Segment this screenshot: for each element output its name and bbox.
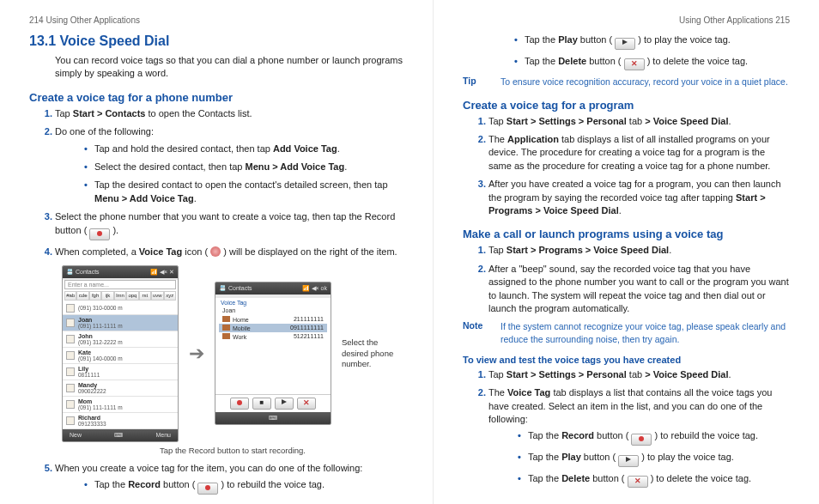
runner-left: 214 Using Other Applications: [29, 15, 403, 25]
txt: ) will be displayed on the right of the …: [221, 246, 397, 257]
txt: Select the desired contact, then tap: [94, 161, 246, 172]
name: Lily: [78, 366, 100, 372]
steps-create-phone-cont: When you create a voice tag for the item…: [29, 462, 403, 495]
txt: Tap the desired contact to open the cont…: [94, 179, 388, 190]
k: #ab: [64, 291, 76, 301]
txt: .: [344, 161, 347, 172]
txt: button (: [581, 452, 618, 462]
lbl: m: [118, 305, 122, 311]
step: Tap Start > Settings > Personal tab > Vo…: [488, 115, 790, 128]
bold: > Voice Speed Dial: [645, 369, 728, 380]
bullet: Tap the Delete button ( ✕ ) to delete th…: [518, 472, 790, 488]
txt: Tap the: [94, 479, 128, 489]
txt: The: [488, 134, 507, 144]
txt: ) to delete the voice tag.: [648, 473, 751, 483]
lbl: m: [118, 323, 122, 329]
steps-create-phone: Tap Start > Contacts to open the Contact…: [29, 107, 403, 258]
txt: Tap the: [528, 473, 561, 483]
bold: Menu > Add Voice Tag: [94, 193, 194, 203]
txt: .: [729, 369, 731, 380]
delete-button-icon: ✕: [297, 398, 316, 410]
txt: button (: [594, 430, 631, 440]
txt: Tap the: [528, 430, 561, 440]
play-button-icon: [275, 398, 294, 410]
num: (091) 140-0000: [78, 355, 116, 361]
bold: Delete: [561, 473, 590, 483]
arrow-icon: ➔: [189, 343, 204, 365]
tip-label: Tip: [463, 76, 492, 88]
txt: ) to play the voice tag.: [639, 452, 734, 462]
bold: > Voice Speed Dial: [645, 116, 728, 126]
step: Tap Start > Programs > Voice Speed Dial.: [488, 244, 790, 257]
bold: Play: [561, 452, 581, 462]
bold: Record: [561, 430, 594, 440]
figure-row: 📇 Contacts📶 ◀× ✕ Enter a name... #abcdef…: [62, 265, 403, 442]
subhead-create-program: Create a voice tag for a program: [463, 99, 790, 112]
txt: Tap the: [525, 56, 558, 66]
bullet: Tap the Record button ( ) to rebuild the…: [84, 478, 403, 495]
subhead-make-call: Make a call or launch programs using a v…: [463, 228, 790, 240]
name: Mom: [78, 398, 123, 404]
bullet: Select the desired contact, then tap Men…: [84, 161, 403, 173]
num: 512211111: [294, 333, 324, 340]
steps-view-test: Tap Start > Settings > Personal tab > Vo…: [463, 368, 790, 489]
num: (091) 111-1111: [78, 323, 116, 329]
note-text: If the system cannot recognize your voic…: [500, 320, 790, 345]
bold: Voice Tag: [507, 387, 550, 398]
txt: button (: [578, 34, 615, 45]
bold: Record: [128, 479, 161, 489]
sub-bullets: Tap and hold the desired contact, then t…: [84, 143, 403, 206]
num: 0911111111: [290, 325, 324, 331]
txt: .: [619, 205, 622, 216]
tip-text: To ensure voice recognition accuracy, re…: [500, 76, 790, 88]
contact-list: (091) 310-0000 m Joan(091) 111-1111 m Jo…: [63, 302, 178, 429]
vt-toolbar: ■ ✕: [215, 394, 331, 412]
subhead-view-test: To view and test the voice tags you have…: [463, 355, 790, 365]
txt: to open the Contacts list.: [145, 108, 252, 118]
txt: Tap the: [525, 34, 558, 45]
lbl: Home: [233, 317, 249, 323]
txt: Tap: [488, 245, 507, 255]
txt: ) to rebuild the voice tag.: [652, 430, 758, 440]
tip-block: Tip To ensure voice recognition accuracy…: [463, 76, 790, 88]
txt: ).: [110, 225, 118, 235]
k: ijk: [101, 291, 113, 301]
bullet: Tap the desired contact to open the cont…: [84, 179, 403, 205]
bullet: Tap and hold the desired contact, then t…: [84, 143, 403, 155]
name: Richard: [78, 415, 106, 421]
name: John: [78, 333, 123, 339]
txt: .: [194, 193, 197, 203]
step: After a "beep" sound, say the recorded v…: [488, 263, 790, 316]
name: Mandy: [78, 382, 106, 388]
txt: When you create a voice tag for the item…: [55, 463, 362, 473]
delete-button-icon: ✕: [624, 58, 645, 70]
txt: Tap and hold the desired contact, then t…: [94, 143, 273, 154]
txt: .: [669, 245, 671, 255]
txt: Tap: [488, 369, 507, 380]
txt: Do one of the following:: [55, 126, 154, 137]
bold: Start > Contacts: [73, 108, 146, 118]
txt: Tap: [488, 116, 507, 126]
bullet: Tap the Record button ( ) to rebuild the…: [518, 429, 790, 446]
txt: ) to delete the voice tag.: [645, 56, 748, 66]
num: 090022222: [78, 388, 106, 394]
phone-titlebar: 📇 Contacts📶 ◀× ok: [215, 282, 331, 295]
phone-keyrow: #abcdefghijklmnopqrstuvwxyz: [64, 291, 176, 301]
step-3: Select the phone number that you want to…: [55, 210, 403, 240]
k: lmn: [114, 291, 126, 301]
record-button-icon: [631, 434, 652, 446]
delete-button-icon: ✕: [628, 476, 648, 488]
txt: button (: [590, 473, 627, 483]
txt: When completed, a: [55, 246, 139, 257]
k: opq: [126, 291, 138, 301]
section-title: 13.1 Voice Speed Dial: [29, 33, 403, 49]
bold: Start > Settings > Personal: [507, 369, 627, 380]
k: fgh: [89, 291, 101, 301]
step-2: Do one of the following: Tap and hold th…: [55, 125, 403, 205]
figure-side-caption: Select the desired phone number.: [342, 337, 403, 369]
txt: ) to rebuild the voice tag.: [218, 479, 325, 489]
bullet: Tap the Delete button ( ✕ ) to delete th…: [514, 55, 790, 70]
name: Kate: [78, 349, 123, 355]
bold: Start > Settings > Personal: [507, 116, 627, 126]
bold: Add Voice Tag: [273, 143, 337, 154]
